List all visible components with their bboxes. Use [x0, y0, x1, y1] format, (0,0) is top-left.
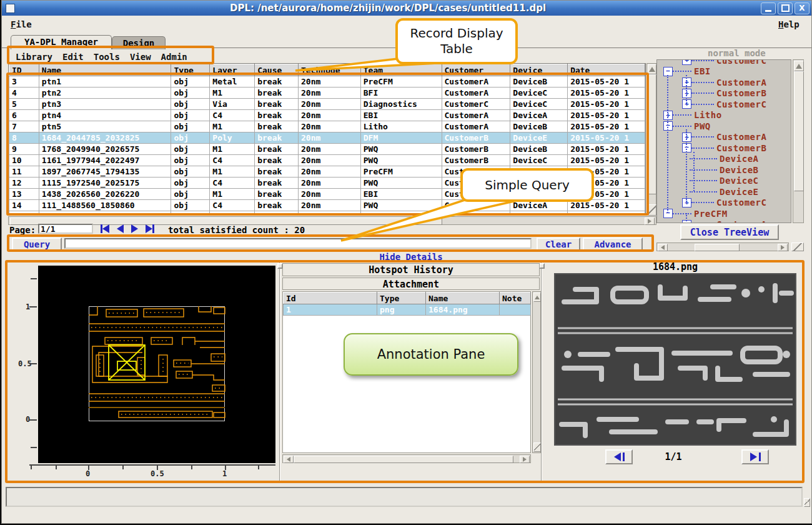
- resize-grip[interactable]: [648, 204, 656, 216]
- table-row[interactable]: 5ptn3objViabreak20nmDiagnosticsCustomerC…: [9, 99, 645, 110]
- table-row[interactable]: 4ptn2objM1break20nmBFICustomerADeviceC20…: [9, 88, 645, 99]
- record-table-vscrollbar[interactable]: [646, 63, 656, 215]
- menu-help[interactable]: Help: [778, 19, 800, 29]
- sem-pattern: [555, 274, 795, 444]
- table-row[interactable]: 6ptn4objC4break20nmEBICustomerADeviceA20…: [9, 110, 645, 121]
- close-treeview-button[interactable]: Close TreeView: [680, 224, 779, 240]
- toolbar-menu-view[interactable]: View: [130, 52, 151, 62]
- close-button[interactable]: X: [795, 2, 810, 14]
- tree-item-customera[interactable]: +CustomerA: [682, 77, 766, 88]
- table-row[interactable]: 151511_2017340_2019080objM1break20nmPWQC…: [9, 211, 645, 216]
- resize-grip[interactable]: [791, 242, 804, 251]
- page-input[interactable]: [38, 224, 93, 234]
- toolbar-menu-edit[interactable]: Edit: [62, 52, 84, 62]
- tree-vscrollbar[interactable]: [793, 59, 804, 223]
- column-header-name[interactable]: Name: [39, 64, 171, 76]
- attachment-hscrollbar[interactable]: [282, 454, 531, 463]
- column-header-technode[interactable]: Technode: [299, 64, 361, 76]
- scroll-left-arrow[interactable]: [658, 244, 668, 251]
- tree-item-devicea[interactable]: DeviceA: [690, 154, 759, 164]
- tree-item-customera[interactable]: +CustomerA: [682, 219, 766, 224]
- last-page-button[interactable]: [146, 224, 154, 233]
- table-row[interactable]: 81684_2044785_2032825objPolybreak20nmDFM…: [9, 132, 645, 144]
- sash-handle[interactable]: [539, 263, 545, 269]
- table-row[interactable]: 101161_1977944_2022497objC4break20nmPWQC…: [9, 155, 645, 166]
- tree-item-customerb[interactable]: −CustomerB: [682, 142, 766, 153]
- cell: 20nm: [299, 189, 361, 200]
- cell: 6: [9, 110, 39, 121]
- scroll-thumb[interactable]: [794, 71, 804, 191]
- expand-icon[interactable]: +: [682, 59, 691, 65]
- column-header-id[interactable]: ID: [9, 64, 39, 76]
- table-row[interactable]: 1png1684.png: [284, 304, 531, 316]
- query-button[interactable]: Query: [12, 238, 62, 251]
- column-header-type[interactable]: Type: [171, 64, 210, 76]
- scroll-up-arrow[interactable]: [648, 64, 656, 74]
- title-bar[interactable]: DPL: /net/aurora/home/zhijin/work/DPL/ca…: [2, 1, 811, 16]
- resize-grip[interactable]: [533, 442, 541, 452]
- resize-grip[interactable]: [804, 498, 810, 507]
- column-header-note[interactable]: Note: [500, 292, 531, 304]
- toolbar-menu-library[interactable]: Library: [16, 52, 52, 62]
- table-row[interactable]: 3ptn1objMetalbreak20nmPreCFMCustomerADev…: [9, 76, 645, 88]
- sem-image[interactable]: [554, 273, 796, 446]
- column-header-device[interactable]: Device: [510, 64, 568, 76]
- hide-details-link[interactable]: Hide Details: [352, 252, 470, 262]
- mode-label: normal mode: [708, 48, 766, 58]
- column-header-cause[interactable]: Cause: [255, 64, 299, 76]
- tree-item-precfm[interactable]: −PreCFM: [663, 208, 728, 219]
- tree-view[interactable]: +CustomerC−EBI+CustomerA+CustomerB+Custo…: [656, 59, 791, 223]
- tree-item-customerc[interactable]: +CustomerC: [682, 198, 766, 208]
- column-header-id[interactable]: Id: [284, 292, 377, 304]
- column-header-date[interactable]: Date: [568, 64, 645, 76]
- tree-hscrollbar[interactable]: [656, 242, 789, 251]
- toolbar-menu-admin[interactable]: Admin: [161, 52, 187, 62]
- table-row[interactable]: 91768_2049940_2026575objM1break20nmPWQCu…: [9, 144, 645, 155]
- prev-page-button[interactable]: [117, 224, 124, 233]
- column-header-team[interactable]: Team: [360, 64, 442, 76]
- scroll-thumb[interactable]: [695, 244, 740, 251]
- pane-divider[interactable]: [279, 262, 280, 481]
- pane-divider[interactable]: [541, 262, 542, 481]
- tree-item-customerb[interactable]: +CustomerB: [682, 88, 766, 99]
- advance-button[interactable]: Advance: [583, 238, 643, 251]
- table-row[interactable]: 7ptn5objM1break20nmLithoCustomerADeviceB…: [9, 121, 645, 132]
- scroll-right-arrow[interactable]: [778, 244, 788, 251]
- attachment-header: Attachment: [282, 278, 540, 290]
- tree-item-devicee[interactable]: DeviceE: [690, 186, 759, 197]
- scroll-right-arrow[interactable]: [645, 218, 655, 225]
- column-header-customer[interactable]: Customer: [442, 64, 510, 76]
- tree-item-deviceb[interactable]: DeviceB: [690, 164, 759, 175]
- tree-item-customerc[interactable]: +CustomerC: [682, 59, 766, 66]
- image-next-button[interactable]: [741, 449, 769, 464]
- column-header-layer[interactable]: Layer: [210, 64, 255, 76]
- scroll-left-arrow[interactable]: [284, 456, 294, 463]
- tree-item-label: PWQ: [694, 121, 711, 131]
- scroll-right-arrow[interactable]: [520, 456, 530, 463]
- tree-item-customera[interactable]: +CustomerA: [682, 132, 766, 142]
- record-table-hscrollbar[interactable]: [8, 216, 656, 225]
- layout-canvas[interactable]: [38, 266, 275, 463]
- tree-item-litho[interactable]: +Litho: [663, 110, 722, 121]
- toolbar-menu-tools[interactable]: Tools: [94, 52, 120, 62]
- clear-button[interactable]: Clear: [537, 238, 580, 251]
- attachment-vscrollbar[interactable]: [532, 291, 541, 453]
- total-count-label: total satisfied count : 20: [168, 225, 305, 235]
- next-page-button[interactable]: [131, 224, 138, 233]
- tab-ya-dpl-manager[interactable]: YA-DPL Manager: [11, 35, 112, 49]
- menu-file[interactable]: File: [11, 19, 32, 29]
- minimize-button[interactable]: [761, 2, 776, 14]
- cell: obj: [171, 189, 210, 200]
- scroll-up-arrow[interactable]: [794, 61, 804, 71]
- scroll-thumb[interactable]: [648, 74, 656, 194]
- image-prev-button[interactable]: [605, 449, 633, 464]
- tree-item-customerc[interactable]: +CustomerC: [682, 99, 766, 109]
- column-header-type[interactable]: Type: [377, 292, 426, 304]
- maximize-button[interactable]: [778, 2, 793, 14]
- scroll-up-arrow[interactable]: [533, 292, 541, 302]
- query-input[interactable]: [64, 238, 532, 249]
- first-page-button[interactable]: [101, 224, 109, 233]
- column-header-name[interactable]: Name: [426, 292, 500, 304]
- tree-item-devicec[interactable]: DeviceC: [690, 176, 759, 186]
- scroll-thumb[interactable]: [294, 456, 513, 463]
